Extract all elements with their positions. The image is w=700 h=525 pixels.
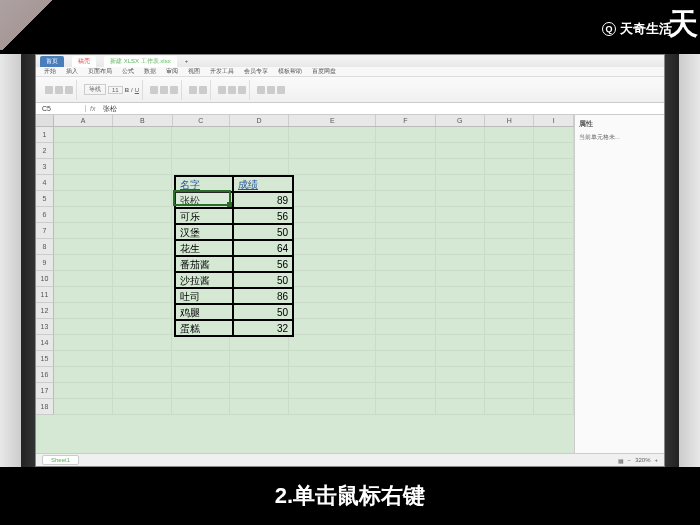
cell[interactable]	[113, 351, 172, 367]
cell[interactable]	[289, 207, 376, 223]
align-left-icon[interactable]	[150, 86, 158, 94]
cell[interactable]	[376, 367, 435, 383]
table-cell[interactable]: 56	[233, 208, 293, 224]
cell[interactable]	[436, 303, 485, 319]
cell[interactable]	[485, 207, 534, 223]
cell[interactable]	[54, 255, 113, 271]
cell[interactable]	[436, 175, 485, 191]
cell[interactable]	[230, 399, 289, 415]
cell[interactable]	[534, 367, 574, 383]
row-header[interactable]: 13	[36, 319, 54, 335]
table-cell[interactable]: 50	[233, 272, 293, 288]
cell[interactable]	[376, 223, 435, 239]
cell[interactable]	[376, 239, 435, 255]
column-header[interactable]: E	[289, 115, 376, 126]
spreadsheet-grid[interactable]: ABCDEFGHI 123456789101112131415161718 名字…	[36, 115, 574, 453]
format-icon[interactable]	[238, 86, 246, 94]
cell[interactable]	[230, 351, 289, 367]
cell[interactable]	[376, 175, 435, 191]
cell[interactable]	[485, 287, 534, 303]
table-cell[interactable]: 64	[233, 240, 293, 256]
cell[interactable]	[54, 191, 113, 207]
row-header[interactable]: 15	[36, 351, 54, 367]
cell[interactable]	[436, 335, 485, 351]
table-header[interactable]: 成绩	[233, 176, 293, 192]
cell[interactable]	[54, 319, 113, 335]
cell[interactable]	[172, 143, 229, 159]
cell[interactable]	[534, 191, 574, 207]
cell[interactable]	[485, 175, 534, 191]
cell[interactable]	[113, 287, 172, 303]
cell[interactable]	[289, 335, 376, 351]
cell[interactable]	[436, 223, 485, 239]
cell[interactable]	[289, 367, 376, 383]
cell[interactable]	[230, 159, 289, 175]
cell[interactable]	[289, 319, 376, 335]
cell[interactable]	[485, 319, 534, 335]
align-center-icon[interactable]	[160, 86, 168, 94]
row-header[interactable]: 17	[36, 383, 54, 399]
formula-value[interactable]: 张松	[99, 104, 121, 114]
cell[interactable]	[436, 271, 485, 287]
table-cell[interactable]: 鸡腿	[175, 304, 233, 320]
cell[interactable]	[54, 271, 113, 287]
cell[interactable]	[485, 383, 534, 399]
cell[interactable]	[376, 287, 435, 303]
row-header[interactable]: 12	[36, 303, 54, 319]
zoom-in-icon[interactable]: +	[654, 457, 658, 463]
cell[interactable]	[534, 143, 574, 159]
cell[interactable]	[113, 383, 172, 399]
cell[interactable]	[485, 399, 534, 415]
table-cell[interactable]: 沙拉酱	[175, 272, 233, 288]
cell[interactable]	[54, 335, 113, 351]
cell[interactable]	[113, 223, 172, 239]
percent-icon[interactable]	[199, 86, 207, 94]
cell[interactable]	[54, 143, 113, 159]
row-header[interactable]: 5	[36, 191, 54, 207]
data-table[interactable]: 名字成绩张松89可乐56汉堡50花生64番茄酱56沙拉酱50吐司86鸡腿50蛋糕…	[174, 175, 294, 337]
menu-item[interactable]: 开发工具	[210, 67, 234, 76]
cell[interactable]	[485, 303, 534, 319]
cell[interactable]	[289, 191, 376, 207]
row-header[interactable]: 1	[36, 127, 54, 143]
cell[interactable]	[54, 287, 113, 303]
cell[interactable]	[376, 127, 435, 143]
cell[interactable]	[485, 127, 534, 143]
cell[interactable]	[54, 399, 113, 415]
bold-icon[interactable]: B	[125, 87, 129, 93]
cell[interactable]	[485, 191, 534, 207]
cell[interactable]	[230, 143, 289, 159]
cell-reference[interactable]: C5	[36, 105, 86, 112]
cell[interactable]	[113, 175, 172, 191]
cell[interactable]	[436, 287, 485, 303]
cell[interactable]	[289, 255, 376, 271]
filter-icon[interactable]	[267, 86, 275, 94]
cell[interactable]	[230, 127, 289, 143]
cell[interactable]	[376, 207, 435, 223]
cell[interactable]	[534, 271, 574, 287]
cell[interactable]	[534, 335, 574, 351]
copy-icon[interactable]	[65, 86, 73, 94]
cell[interactable]	[113, 303, 172, 319]
row-header[interactable]: 18	[36, 399, 54, 415]
cell[interactable]	[113, 207, 172, 223]
menu-item[interactable]: 会员专享	[244, 67, 268, 76]
tab-file[interactable]: 新建 XLSX 工作表.xlsx	[104, 56, 177, 67]
cell[interactable]	[172, 367, 229, 383]
cell[interactable]	[436, 255, 485, 271]
row-header[interactable]: 8	[36, 239, 54, 255]
sheet-tab[interactable]: Sheet1	[42, 455, 79, 465]
cell[interactable]	[113, 319, 172, 335]
cell[interactable]	[172, 127, 229, 143]
row-header[interactable]: 2	[36, 143, 54, 159]
cell[interactable]	[436, 159, 485, 175]
column-header[interactable]: B	[113, 115, 172, 126]
menu-item[interactable]: 视图	[188, 67, 200, 76]
table-cell[interactable]: 50	[233, 304, 293, 320]
cell[interactable]	[289, 239, 376, 255]
cell[interactable]	[485, 367, 534, 383]
table-cell[interactable]: 50	[233, 224, 293, 240]
find-icon[interactable]	[277, 86, 285, 94]
table-header[interactable]: 名字	[175, 176, 233, 192]
menu-item[interactable]: 数据	[144, 67, 156, 76]
